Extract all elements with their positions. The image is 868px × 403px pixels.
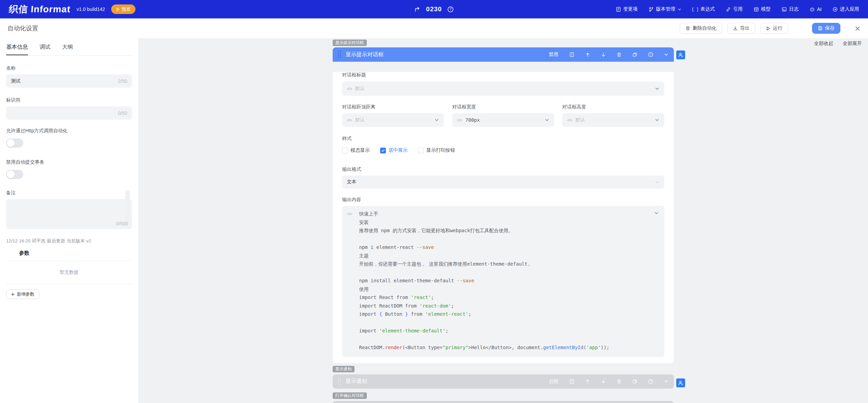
terminal-icon [782,7,787,12]
checkbox-show-print-button[interactable]: 显示打印按钮 [418,147,455,153]
copy-step-icon[interactable] [632,379,637,384]
robot-icon [810,7,815,12]
chevron-down-icon [678,8,681,11]
add-param-button[interactable]: 新增参数 [6,289,39,299]
enter-app-icon [833,7,838,12]
toggle-knob [7,170,15,178]
step-title: 显示提示对话框 [346,51,384,58]
page-title: 自动化设置 [8,24,38,32]
delete-step-icon[interactable] [617,52,622,57]
checkbox-label: 模态显示 [351,147,370,153]
plus-icon [11,293,15,296]
move-up-icon[interactable] [585,379,590,384]
move-down-icon[interactable] [601,52,606,57]
drag-handle-icon[interactable] [338,378,342,385]
nav-item-version-management[interactable]: 版本管理 [649,6,681,12]
export-button[interactable]: 导出 [727,23,755,34]
identifier-label: 标识符 [6,97,132,103]
step-card-header[interactable]: 显示通知 启用 ? [333,374,674,389]
dialog-width-select[interactable]: <> 700px [452,113,554,127]
identifier-field[interactable]: 0/50 [6,106,132,120]
disable-autocommit-toggle[interactable] [6,170,23,179]
nav-item-label: 模型 [761,6,771,12]
nav-item-label: 日志 [789,6,799,12]
nav-item-label: 版本管理 [656,6,675,12]
app-logo: 织信 Informat [9,3,71,15]
checkbox-modal-display[interactable]: 模态显示 [342,147,370,153]
chevron-down-icon [655,86,660,91]
divider [6,284,132,284]
document-icon [616,7,621,12]
checkbox-center-display[interactable]: 居中展示 [380,147,408,153]
dialog-title-label: 对话框标题 [342,72,664,78]
move-up-icon[interactable] [585,52,590,57]
settings-sidebar: 基本信息 调试 大纲 名称 测试 2/50 标识符 0/50 允许通过Http方… [0,38,138,403]
drag-handle-icon[interactable] [338,51,342,58]
nav-item-expression[interactable]: { } 表达式 [692,6,715,12]
collapse-all-link[interactable]: 全部收起 [814,41,833,47]
dialog-height-value: 默认 [576,117,585,123]
dialog-title-select[interactable]: <> 默认 [342,81,664,96]
dialog-top-value: 默认 [355,117,365,123]
step-card-header[interactable]: 显示提示对话框 禁用 ? [333,47,674,62]
step-tag: 显示通知 [333,366,355,372]
add-param-label: 新增参数 [17,291,34,297]
output-format-select[interactable]: 文本 [342,176,664,189]
dialog-top-label: 对话框距顶距离 [342,104,444,110]
delete-step-icon[interactable] [617,379,622,384]
collapse-step-icon[interactable] [664,53,668,57]
name-field[interactable]: 测试 2/50 [6,74,132,88]
sidebar-scrollbar[interactable] [125,190,130,221]
delete-automation-button[interactable]: 删除自动化 [680,23,722,34]
step-help-icon[interactable]: ? [648,379,653,384]
assignee-badge[interactable] [676,50,685,59]
checkbox-icon [342,148,348,153]
step-help-icon[interactable]: ? [648,52,653,57]
publish-arrow-icon[interactable] [414,6,421,13]
assignee-badge[interactable] [676,378,685,387]
move-down-icon[interactable] [601,379,606,384]
disable-step-button[interactable]: 禁用 [549,51,559,58]
tab-basic-info[interactable]: 基本信息 [6,44,28,55]
note-icon[interactable] [569,52,575,57]
tab-debug[interactable]: 调试 [40,44,50,55]
tab-outline[interactable]: 大纲 [62,44,73,55]
expand-step-icon[interactable] [664,379,668,384]
toggle-knob [7,139,15,147]
name-counter: 2/50 [118,78,127,84]
run-label: 运行 [773,25,782,31]
code-icon: <> [567,117,572,123]
checkbox-label: 居中展示 [389,147,408,153]
name-value: 测试 [11,78,20,84]
table-icon [754,7,759,12]
nav-item-label: 进入应用 [840,6,859,12]
nav-item-references[interactable]: 引用 [726,6,743,12]
dialog-top-select[interactable]: <> 默认 [342,113,444,127]
dialog-height-select[interactable]: <> 默认 [562,113,664,127]
play-icon [116,8,120,11]
code-icon: <> [347,211,352,217]
nav-item-models[interactable]: 模型 [754,6,771,12]
note-icon[interactable] [569,379,575,384]
help-icon[interactable]: ? [447,6,454,13]
save-button[interactable]: 保存 [812,23,840,34]
nav-item-changes[interactable]: 变更项 [616,6,638,12]
branch-icon [649,7,654,12]
copy-step-icon[interactable] [632,52,637,57]
http-call-toggle[interactable] [6,138,23,148]
nav-item-label: AI [817,6,822,12]
run-button[interactable]: 运行 [760,23,788,34]
preview-button[interactable]: 预览 [111,4,135,14]
nav-item-logs[interactable]: 日志 [782,6,799,12]
expand-all-link[interactable]: 全部展开 [843,41,862,47]
nav-item-enter-app[interactable]: 进入应用 [833,6,859,12]
top-navbar: 织信 Informat v1.0 build142 预览 0230 ? 变更项 … [0,0,868,18]
remark-field[interactable]: 0/500 [6,199,132,229]
nav-item-ai[interactable]: AI [810,6,822,12]
close-icon[interactable] [855,26,860,31]
trash-icon [685,26,690,31]
step-card-header[interactable]: 打开确认对话框 启用 ? [333,401,674,403]
checkbox-icon [418,148,424,153]
enable-step-button[interactable]: 启用 [549,378,559,385]
output-content-editor[interactable]: <> 快速上手安装推荐使用 npm 的方式安装，它能更好地和webpack打包工… [342,206,664,357]
